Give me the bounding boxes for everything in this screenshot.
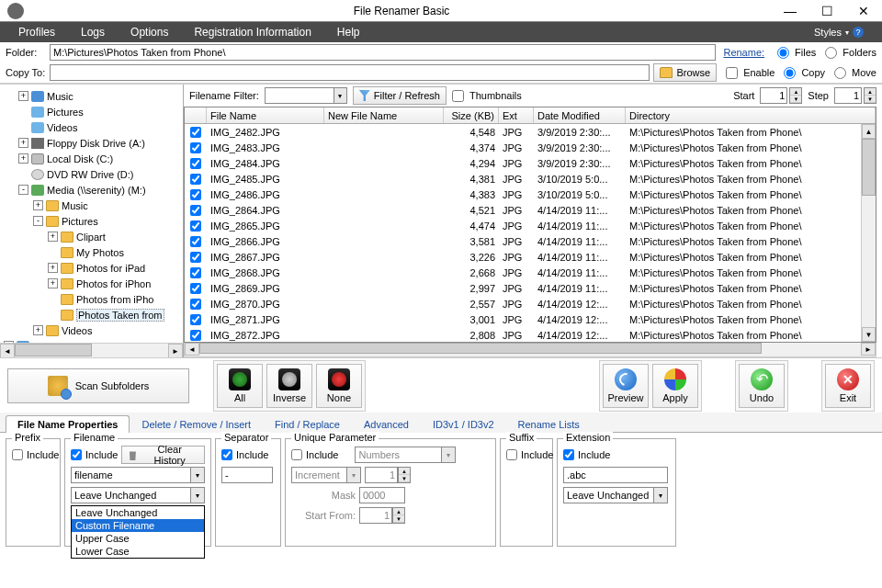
select-none-button[interactable]: None	[316, 364, 362, 408]
tree-item[interactable]: Videos	[0, 119, 183, 135]
scroll-thumb[interactable]	[862, 139, 876, 196]
dropdown-option[interactable]: Upper Case	[72, 532, 204, 545]
extension-input[interactable]	[563, 467, 668, 483]
row-checkbox[interactable]	[190, 127, 201, 138]
table-row[interactable]: IMG_2869.JPG2,997JPG4/14/2019 11:...M:\P…	[185, 280, 876, 296]
collapse-icon[interactable]: -	[18, 185, 28, 195]
menu-profiles[interactable]: Profiles	[6, 22, 68, 42]
scan-subfolders-button[interactable]: Scan Subfolders	[7, 368, 189, 403]
browse-button[interactable]: Browse	[653, 63, 717, 82]
table-scrollbar-h[interactable]: ◄ ►	[184, 343, 876, 357]
suffix-include-checkbox[interactable]	[506, 449, 517, 460]
tab-delete-remove-insert[interactable]: Delete / Remove / Insert	[130, 415, 263, 433]
tree-item[interactable]: Photos from iPho	[0, 291, 183, 307]
expand-icon[interactable]: +	[18, 153, 28, 164]
table-row[interactable]: IMG_2871.JPG3,001JPG4/14/2019 12:...M:\P…	[185, 311, 876, 327]
apply-button[interactable]: Apply	[652, 364, 698, 408]
unique-type-combo[interactable]: Numbers▾	[355, 447, 456, 463]
row-checkbox[interactable]	[190, 314, 201, 325]
enable-checkbox[interactable]	[726, 67, 738, 79]
scroll-left-icon[interactable]: ◄	[0, 344, 15, 357]
scroll-thumb[interactable]	[199, 343, 762, 354]
col-checkbox[interactable]	[185, 107, 207, 123]
thumbnails-checkbox[interactable]	[452, 90, 464, 102]
table-scrollbar-v[interactable]: ▲ ▼	[861, 124, 876, 342]
row-checkbox[interactable]	[190, 174, 201, 185]
filename-include-checkbox[interactable]	[71, 449, 82, 460]
expand-icon[interactable]: +	[48, 263, 58, 273]
tree-item[interactable]: My Photos	[0, 244, 183, 260]
tree-item[interactable]: +Music	[0, 88, 183, 104]
extension-include-checkbox[interactable]	[563, 449, 574, 460]
row-checkbox-cell[interactable]	[185, 174, 207, 185]
step-spinner[interactable]: ▲▼	[834, 87, 876, 104]
expand-icon[interactable]: +	[18, 91, 28, 101]
tree-item[interactable]: +Clipart	[0, 229, 183, 244]
scroll-thumb[interactable]	[15, 344, 92, 356]
preview-button[interactable]: Preview	[603, 364, 649, 408]
separator-input[interactable]	[221, 467, 273, 483]
row-checkbox-cell[interactable]	[185, 205, 207, 216]
menu-registration[interactable]: Registration Information	[181, 22, 323, 42]
dropdown-option[interactable]: Leave Unchanged	[72, 506, 204, 519]
mask-input[interactable]	[359, 487, 405, 503]
expand-icon[interactable]: +	[48, 278, 58, 288]
row-checkbox-cell[interactable]	[185, 142, 207, 153]
col-dir[interactable]: Directory	[626, 107, 876, 123]
expand-icon[interactable]: +	[33, 325, 43, 335]
extension-case-combo[interactable]: Leave Unchanged▾	[563, 487, 668, 503]
tree-item[interactable]: +Photos for iPhon	[0, 276, 183, 291]
row-checkbox[interactable]	[190, 158, 201, 169]
table-row[interactable]: IMG_2483.JPG4,374JPG3/9/2019 2:30:...M:\…	[185, 140, 876, 155]
col-filename[interactable]: File Name	[207, 107, 324, 123]
tree-item[interactable]: Photos Taken from	[0, 307, 183, 322]
col-ext[interactable]: Ext	[499, 107, 534, 123]
tree-item[interactable]: -Media (\\serenity) (M:)	[0, 182, 183, 198]
table-row[interactable]: IMG_2864.JPG4,521JPG4/14/2019 11:...M:\P…	[185, 202, 876, 218]
folders-radio[interactable]	[825, 47, 837, 59]
col-size[interactable]: Size (KB)	[444, 107, 499, 123]
startfrom-spinner[interactable]: ▲▼	[359, 507, 405, 524]
row-checkbox-cell[interactable]	[185, 158, 207, 169]
expand-icon[interactable]: +	[48, 232, 58, 242]
row-checkbox-cell[interactable]	[185, 127, 207, 138]
scroll-right-icon[interactable]: ►	[168, 344, 183, 357]
table-row[interactable]: IMG_2867.JPG3,226JPG4/14/2019 11:...M:\P…	[185, 249, 876, 265]
exit-button[interactable]: Exit	[825, 364, 871, 408]
close-button[interactable]: ✕	[845, 0, 882, 22]
row-checkbox[interactable]	[190, 189, 201, 200]
table-row[interactable]: IMG_2866.JPG3,581JPG4/14/2019 11:...M:\P…	[185, 233, 876, 249]
tree-item[interactable]: +Local Disk (C:)	[0, 151, 183, 166]
row-checkbox-cell[interactable]	[185, 267, 207, 278]
minimize-button[interactable]: —	[772, 0, 808, 22]
row-checkbox-cell[interactable]	[185, 220, 207, 232]
increment-combo[interactable]: Increment▾	[291, 467, 361, 483]
tab-rename-lists[interactable]: Rename Lists	[506, 415, 592, 433]
tree-item[interactable]: +Music	[0, 198, 183, 213]
start-spinner[interactable]: ▲▼	[760, 87, 802, 104]
tree-item[interactable]: DVD RW Drive (D:)	[0, 166, 183, 182]
col-newfilename[interactable]: New File Name	[324, 107, 444, 123]
table-row[interactable]: IMG_2485.JPG4,381JPG3/10/2019 5:0...M:\P…	[185, 171, 876, 187]
undo-button[interactable]: Undo	[739, 364, 785, 408]
unique-include-checkbox[interactable]	[291, 449, 302, 460]
tree-item[interactable]: +Floppy Disk Drive (A:)	[0, 135, 183, 151]
tree-item[interactable]: +Photos for iPad	[0, 260, 183, 276]
filter-combo[interactable]: ▾	[265, 87, 347, 104]
row-checkbox-cell[interactable]	[185, 236, 207, 247]
folder-input[interactable]	[50, 44, 716, 61]
row-checkbox[interactable]	[190, 267, 201, 278]
filename-case-dropdown[interactable]: Leave UnchangedCustom FilenameUpper Case…	[71, 505, 205, 559]
table-row[interactable]: IMG_2484.JPG4,294JPG3/9/2019 2:30:...M:\…	[185, 155, 876, 171]
col-date[interactable]: Date Modified	[534, 107, 626, 123]
row-checkbox[interactable]	[190, 283, 201, 294]
scroll-left-icon[interactable]: ◄	[185, 343, 199, 356]
row-checkbox[interactable]	[190, 330, 201, 341]
menu-options[interactable]: Options	[118, 22, 181, 42]
rename-link[interactable]: Rename:	[719, 47, 768, 58]
copy-radio[interactable]	[784, 67, 796, 79]
row-checkbox[interactable]	[190, 142, 201, 153]
row-checkbox-cell[interactable]	[185, 283, 207, 294]
row-checkbox-cell[interactable]	[185, 189, 207, 200]
increment-spinner[interactable]: ▲▼	[365, 467, 411, 483]
